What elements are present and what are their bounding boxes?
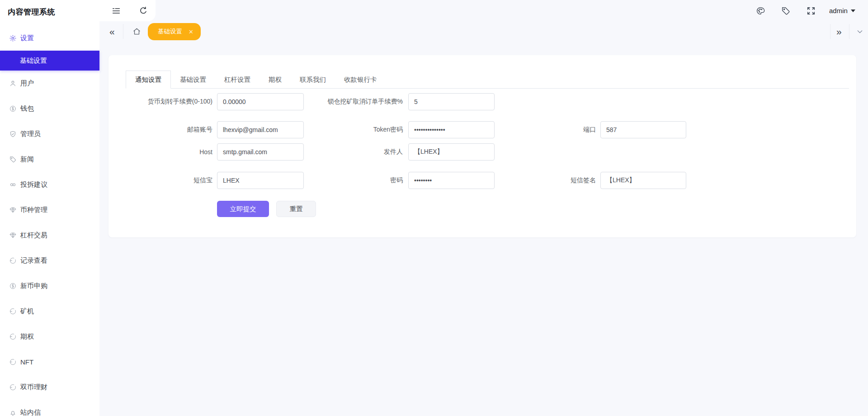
main-area: admin « 基础设置 ✕ » 通知设置 基础设置 杠杆设置 期权 联系我们 … (99, 0, 868, 416)
sidebar-item-label: 投拆建议 (20, 180, 47, 189)
token-password-input[interactable] (408, 121, 495, 138)
sidebar-item-label: 期权 (20, 332, 34, 341)
user-icon (9, 80, 17, 87)
field-label: 短信签名 (495, 176, 600, 184)
form-row: 货币划转手续费(0-100) 锁仓挖矿取消订单手续费% (108, 93, 856, 110)
sidebar-item-miner[interactable]: 矿机 (0, 298, 99, 324)
tab-strip: « 基础设置 ✕ » (99, 21, 868, 42)
sidebar-item-label: 新闻 (20, 155, 34, 164)
sidebar-subitem-basic-settings[interactable]: 基础设置 (0, 51, 99, 71)
reset-button[interactable]: 重置 (276, 201, 316, 217)
coin-dash-icon (9, 257, 17, 265)
sidebar-item-label: 站内信 (20, 408, 41, 416)
sidebar-item-label: NFT (20, 358, 33, 366)
transfer-fee-input[interactable] (217, 93, 304, 110)
sidebar-item-users[interactable]: 用户 (0, 71, 99, 96)
sender-input[interactable] (408, 143, 495, 161)
form-row: 邮箱账号 Token密码 端口 (108, 121, 856, 138)
sidebar-item-dual-invest[interactable]: 双币理财 (0, 374, 99, 400)
close-icon[interactable]: ✕ (189, 28, 193, 35)
sidebar-item-records[interactable]: 记录查看 (0, 248, 99, 273)
sidebar-item-messages[interactable]: 站内信 (0, 400, 99, 416)
host-input[interactable] (217, 143, 304, 161)
field-label: 邮箱账号 (114, 126, 217, 134)
mining-cancel-fee-input[interactable] (408, 93, 495, 110)
notify-settings-form: 货币划转手续费(0-100) 锁仓挖矿取消订单手续费% 邮箱账号 Token密码… (108, 93, 856, 217)
tag-icon[interactable] (781, 6, 791, 16)
tab-contact-us[interactable]: 联系我们 (291, 71, 335, 88)
fullscreen-icon[interactable] (806, 6, 816, 16)
open-tab-label: 基础设置 (158, 28, 182, 36)
tab-basic-settings[interactable]: 基础设置 (171, 71, 215, 88)
caret-down-icon (851, 9, 855, 12)
divider (830, 24, 830, 39)
open-tab-chip[interactable]: 基础设置 ✕ (148, 23, 201, 40)
loops-icon (9, 181, 17, 189)
bell-icon (9, 409, 17, 416)
coin-dash-icon (9, 333, 17, 340)
sidebar-item-label: 用户 (20, 79, 34, 88)
refresh-icon[interactable] (138, 6, 148, 16)
form-row: 短信宝 密码 短信签名 (108, 172, 856, 189)
smsbao-input[interactable] (217, 172, 304, 189)
tab-leverage-settings[interactable]: 杠杆设置 (215, 71, 259, 88)
sidebar-item-label: 币种管理 (20, 206, 47, 214)
shield-check-icon (9, 130, 17, 138)
field-label: 锁仓挖矿取消订单手续费% (304, 98, 408, 106)
sms-password-input[interactable] (408, 172, 495, 189)
topbar: admin (99, 0, 868, 21)
sidebar-item-settings[interactable]: 设置 (0, 25, 99, 51)
form-row: Host 发件人 (108, 143, 856, 161)
tab-options[interactable]: 期权 (259, 71, 291, 88)
sidebar: 内容管理系统 设置 基础设置 用户 钱包 管理员 (0, 0, 99, 416)
sidebar-item-label: 杠杆交易 (20, 231, 47, 240)
sidebar-item-label: 设置 (20, 34, 34, 43)
sidebar-item-label: 管理员 (20, 130, 41, 138)
tab-bank-card[interactable]: 收款银行卡 (335, 71, 386, 88)
field-label: 货币划转手续费(0-100) (114, 98, 217, 106)
app-title: 内容管理系统 (0, 0, 99, 22)
divider (123, 24, 123, 39)
gem-icon (9, 206, 17, 214)
coin-dash-icon (9, 307, 17, 315)
sidebar-item-coin-manage[interactable]: 币种管理 (0, 197, 99, 222)
sidebar-item-label: 记录查看 (20, 256, 47, 265)
port-input[interactable] (600, 121, 686, 138)
form-actions: 立即提交 重置 (108, 201, 856, 217)
field-label: 短信宝 (114, 176, 217, 184)
scroll-tabs-left-icon[interactable]: « (109, 21, 115, 42)
gem-icon (9, 232, 17, 239)
scroll-tabs-right-icon[interactable]: » (836, 21, 842, 42)
sidebar-item-new-coin[interactable]: 新币申购 (0, 273, 99, 298)
sidebar-item-options[interactable]: 期权 (0, 324, 99, 349)
sidebar-item-leverage[interactable]: 杠杆交易 (0, 222, 99, 248)
settings-card: 通知设置 基础设置 杠杆设置 期权 联系我们 收款银行卡 货币划转手续费(0-1… (108, 55, 856, 237)
sidebar-item-news[interactable]: 新闻 (0, 147, 99, 172)
coin-dash-icon (9, 383, 17, 391)
field-label: 端口 (495, 126, 600, 134)
palette-icon[interactable] (755, 6, 765, 16)
sidebar-item-nft[interactable]: NFT (0, 349, 99, 374)
field-label: Host (114, 148, 217, 156)
sidebar-item-label: 钱包 (20, 104, 34, 113)
settings-tabs: 通知设置 基础设置 杠杆设置 期权 联系我们 收款银行卡 (126, 71, 849, 89)
home-icon[interactable] (132, 27, 142, 36)
user-menu[interactable]: admin (829, 0, 855, 21)
tab-notify-settings[interactable]: 通知设置 (126, 71, 171, 89)
field-label: Token密码 (304, 126, 408, 134)
email-account-input[interactable] (217, 121, 304, 138)
sidebar-item-admins[interactable]: 管理员 (0, 121, 99, 147)
chevron-down-icon[interactable] (855, 27, 864, 36)
tag-icon (9, 156, 17, 163)
sidebar-item-wallet[interactable]: 钱包 (0, 96, 99, 121)
username: admin (829, 7, 848, 14)
menu-fold-icon[interactable] (111, 6, 121, 16)
submit-button[interactable]: 立即提交 (217, 201, 269, 217)
gear-icon (9, 34, 17, 42)
sms-signature-input[interactable] (600, 172, 686, 189)
sidebar-menu: 设置 基础设置 用户 钱包 管理员 新闻 (0, 25, 99, 416)
field-label: 密码 (304, 176, 408, 184)
sidebar-subitem-label: 基础设置 (20, 57, 47, 65)
divider (849, 24, 849, 39)
sidebar-item-feedback[interactable]: 投拆建议 (0, 172, 99, 197)
